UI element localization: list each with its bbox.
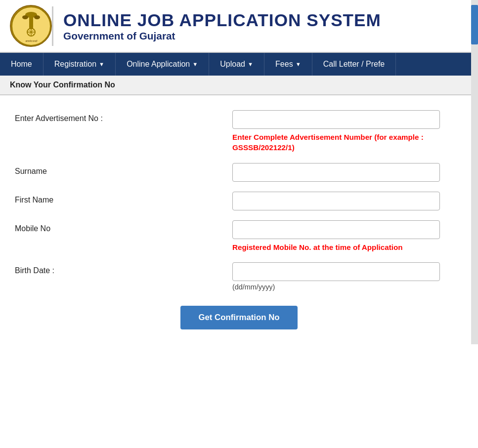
surname-input[interactable] [232, 163, 440, 182]
nav-call-letter-label: Call Letter / Prefe [323, 60, 385, 69]
mobile-no-row: Mobile No Registered Mobile No. at the t… [15, 220, 463, 252]
adv-no-input[interactable] [232, 110, 440, 129]
nav-fees-arrow: ▼ [296, 61, 301, 67]
birth-date-hint: (dd/mm/yyyy) [232, 283, 463, 291]
nav-fees-label: Fees [275, 60, 293, 69]
section-title: Know Your Confirmation No [10, 81, 115, 89]
nav-online-application-label: Online Application [127, 60, 190, 69]
mobile-no-hint: Registered Mobile No. at the time of App… [232, 242, 440, 252]
emblem-logo: सत्यमेव जयते [10, 5, 52, 47]
mobile-no-field-wrap: Registered Mobile No. at the time of App… [232, 220, 463, 252]
first-name-label: First Name [15, 192, 232, 204]
nav-registration-label: Registration [54, 60, 96, 69]
get-confirmation-button[interactable]: Get Confirmation No [180, 306, 297, 329]
nav-fees[interactable]: Fees ▼ [264, 53, 312, 76]
surname-field-wrap [232, 163, 463, 182]
birth-date-label: Birth Date : [15, 262, 232, 275]
nav-registration[interactable]: Registration ▼ [43, 53, 116, 76]
main-form-area: Enter Advertisement No : Enter Complete … [0, 95, 478, 344]
site-title: ONLINE JOB APPLICATION SYSTEM [63, 10, 381, 30]
header-text-block: ONLINE JOB APPLICATION SYSTEM Government… [63, 10, 381, 42]
submit-row: Get Confirmation No [15, 306, 463, 329]
first-name-field-wrap [232, 192, 463, 210]
adv-no-field-wrap: Enter Complete Advertisement Number (for… [232, 110, 463, 153]
nav-home-label: Home [11, 60, 32, 69]
nav-upload-arrow: ▼ [248, 61, 253, 67]
nav-online-application[interactable]: Online Application ▼ [116, 53, 209, 76]
page-header: सत्यमेव जयते ONLINE JOB APPLICATION SYST… [0, 0, 478, 53]
main-navbar: Home Registration ▼ Online Application ▼… [0, 53, 478, 76]
first-name-row: First Name [15, 192, 463, 210]
surname-row: Surname [15, 163, 463, 182]
adv-no-hint: Enter Complete Advertisement Number (for… [232, 132, 440, 153]
nav-online-application-arrow: ▼ [192, 61, 198, 67]
svg-point-4 [34, 15, 40, 19]
svg-point-3 [22, 15, 28, 19]
nav-upload[interactable]: Upload ▼ [209, 53, 264, 76]
header-divider [52, 6, 53, 46]
section-header: Know Your Confirmation No [0, 76, 478, 95]
birth-date-row: Birth Date : (dd/mm/yyyy) [15, 262, 463, 291]
mobile-no-input[interactable] [232, 220, 440, 239]
nav-call-letter[interactable]: Call Letter / Prefe [312, 53, 396, 76]
nav-upload-label: Upload [220, 60, 245, 69]
adv-no-label: Enter Advertisement No : [15, 110, 232, 123]
adv-no-row: Enter Advertisement No : Enter Complete … [15, 110, 463, 153]
site-subtitle: Government of Gujarat [63, 30, 381, 42]
birth-date-field-wrap: (dd/mm/yyyy) [232, 262, 463, 291]
surname-label: Surname [15, 163, 232, 176]
scrollbar[interactable] [471, 0, 478, 344]
nav-registration-arrow: ▼ [99, 61, 104, 67]
first-name-input[interactable] [232, 192, 440, 210]
nav-home[interactable]: Home [0, 53, 43, 76]
mobile-no-label: Mobile No [15, 220, 232, 233]
birth-date-input[interactable] [232, 262, 440, 281]
scrollbar-thumb [471, 5, 478, 44]
svg-text:सत्यमेव जयते: सत्यमेव जयते [25, 40, 37, 42]
